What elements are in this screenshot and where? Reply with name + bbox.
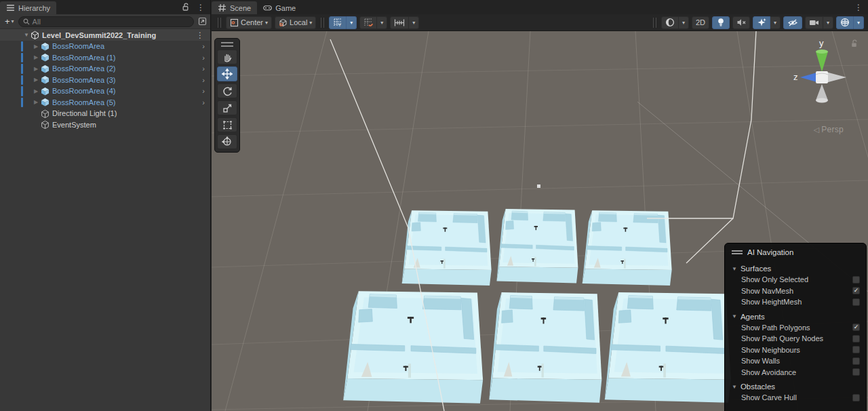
gizmo-lock-icon[interactable] — [850, 39, 859, 48]
toggle-label: Show Neighbours — [741, 346, 852, 354]
hierarchy-item-directional-light-1[interactable]: Directional Light (1) — [0, 108, 210, 119]
scene-view: Scene Game ⋮ Center ▾ — [212, 0, 868, 411]
transform-tool[interactable] — [217, 134, 237, 149]
scene-camera-dropdown[interactable]: ▾ — [823, 16, 833, 29]
hierarchy-menu-icon[interactable]: ⋮ — [195, 3, 206, 12]
gizmos-dropdown[interactable]: ▾ — [854, 16, 864, 29]
grid-visibility-toggle[interactable]: Y — [329, 16, 347, 29]
ai-navigation-header[interactable]: AI Navigation — [725, 246, 866, 260]
checkbox[interactable] — [852, 346, 860, 353]
toggle-show-only-selected[interactable]: Show Only Selected — [725, 274, 866, 286]
expand-arrow-icon[interactable]: ▶ — [31, 66, 41, 72]
orientation-dropdown[interactable]: Local ▾ — [275, 16, 316, 29]
toggle-show-heightmesh[interactable]: Show HeightMesh — [725, 296, 866, 308]
shading-mode-dropdown[interactable]: ▾ — [679, 16, 689, 29]
section-surfaces[interactable]: ▼Surfaces — [725, 262, 866, 274]
scene-menu-icon[interactable]: ⋮ — [195, 31, 205, 39]
toggle-show-carve-hull[interactable]: Show Carve Hull — [725, 392, 866, 404]
section-agents[interactable]: ▼Agents — [725, 311, 866, 322]
toggle-show-neighbours[interactable]: Show Neighbours — [725, 345, 866, 356]
hierarchy-item-eventsystem[interactable]: EventSystem — [0, 119, 210, 131]
expand-arrow-icon[interactable]: ▶ — [31, 88, 41, 94]
checkbox[interactable] — [852, 276, 860, 283]
prefab-chevron-icon[interactable]: › — [202, 98, 205, 106]
hierarchy-item-bossroomarea-2[interactable]: ▶BossRoomArea (2)› — [0, 63, 210, 75]
item-label: BossRoomArea — [52, 42, 104, 50]
projection-mode-label[interactable]: ◁Persp — [813, 125, 844, 134]
checkbox[interactable] — [852, 357, 860, 365]
scene-audio-toggle[interactable] — [732, 16, 750, 29]
checkbox[interactable] — [852, 368, 860, 376]
hierarchy-item-bossroomarea-3[interactable]: ▶BossRoomArea (3)› — [0, 75, 210, 86]
snap-increment-button[interactable] — [390, 16, 409, 29]
prefab-override-bar — [21, 98, 23, 108]
prefab-chevron-icon[interactable]: › — [202, 54, 205, 62]
expand-arrow-icon[interactable]: ▼ — [22, 32, 31, 38]
tab-game[interactable]: Game — [257, 1, 302, 14]
projection-arrow-icon: ◁ — [813, 125, 819, 134]
create-object-button[interactable]: +▾ — [3, 16, 16, 26]
pivot-mode-dropdown[interactable]: Center ▾ — [226, 16, 272, 29]
scale-icon — [222, 103, 233, 113]
shading-mode-button[interactable] — [661, 16, 679, 29]
section-obstacles[interactable]: ▼Obstacles — [725, 380, 866, 392]
scene-effects-dropdown[interactable]: ▾ — [770, 16, 781, 29]
checkbox[interactable]: ✓ — [852, 287, 860, 294]
hierarchy-search-input[interactable]: All — [18, 16, 194, 27]
expand-arrow-icon[interactable]: ▶ — [31, 77, 41, 83]
rotate-tool[interactable] — [217, 83, 237, 98]
tab-scene[interactable]: Scene — [212, 1, 257, 14]
hierarchy-item-bossroomarea-5[interactable]: ▶BossRoomArea (5)› — [0, 97, 210, 109]
toggle-label: Show Avoidance — [741, 368, 852, 376]
hierarchy-item-bossroomarea-4[interactable]: ▶BossRoomArea (4)› — [0, 85, 210, 97]
prefab-override-bar — [21, 41, 23, 52]
move-tool[interactable] — [217, 66, 237, 81]
tab-hierarchy[interactable]: Hierarchy — [0, 1, 56, 14]
effects-sparkle-icon — [757, 18, 766, 27]
rect-tool[interactable] — [217, 117, 237, 132]
expand-arrow-icon[interactable]: ▶ — [31, 99, 41, 105]
scene-visibility-toggle[interactable] — [783, 16, 802, 29]
toggle-show-path-query-nodes[interactable]: Show Path Query Nodes — [725, 333, 866, 345]
expand-arrow-icon[interactable]: ▶ — [31, 54, 41, 60]
scene-viewport[interactable]: y z — [212, 31, 868, 411]
toggle-show-avoidance[interactable]: Show Avoidance — [725, 367, 866, 378]
tools-overlay-handle[interactable] — [221, 42, 233, 47]
prefab-chevron-icon[interactable]: › — [202, 64, 205, 73]
checkbox[interactable] — [852, 298, 860, 306]
hierarchy-tab-strip: Hierarchy ⋮ — [0, 0, 210, 14]
toggle-show-walls[interactable]: Show Walls — [725, 355, 866, 367]
hierarchy-item-bossroomarea-1[interactable]: ▶BossRoomArea (1)› — [0, 52, 210, 64]
rotate-icon — [222, 86, 233, 96]
2d-toggle[interactable]: 2D — [692, 16, 709, 29]
scene-lighting-toggle[interactable] — [712, 16, 730, 29]
unlock-icon[interactable] — [182, 3, 190, 12]
grid-axis-icon: Y — [333, 18, 342, 27]
scale-tool[interactable] — [217, 100, 237, 115]
toolbar-grip[interactable] — [218, 18, 221, 28]
scene-effects-toggle[interactable] — [753, 16, 770, 29]
hierarchy-item-bossroomarea[interactable]: ▶BossRoomArea› — [0, 41, 210, 52]
checkbox[interactable]: ✓ — [852, 324, 860, 331]
open-search-window-icon[interactable] — [198, 17, 207, 26]
hierarchy-scene-root[interactable]: ▼ Level_DevSummit2022_Training ⋮ — [0, 29, 210, 41]
scene-camera-button[interactable] — [805, 16, 823, 29]
expand-arrow-icon[interactable]: ▶ — [31, 43, 41, 50]
grid-snap-toggle[interactable] — [359, 16, 377, 29]
snap-increment-dropdown[interactable]: ▾ — [409, 16, 419, 29]
orientation-gizmo[interactable]: y z — [784, 37, 859, 138]
toggle-show-navmesh[interactable]: Show NavMesh✓ — [725, 286, 866, 297]
gizmos-toggle[interactable] — [836, 16, 854, 29]
view-hand-tool[interactable] — [217, 50, 237, 64]
scene-panel-menu-icon[interactable]: ⋮ — [853, 3, 864, 12]
checkbox[interactable] — [852, 335, 860, 342]
checkbox[interactable] — [852, 394, 860, 402]
grid-visibility-dropdown[interactable]: ▾ — [347, 16, 357, 29]
grid-snap-dropdown[interactable]: ▾ — [377, 16, 387, 29]
toolbar-grip[interactable] — [321, 18, 324, 28]
toggle-show-path-polygons[interactable]: Show Path Polygons✓ — [725, 322, 866, 334]
toolbar-grip[interactable] — [653, 18, 656, 28]
prefab-chevron-icon[interactable]: › — [202, 42, 205, 50]
prefab-chevron-icon[interactable]: › — [202, 76, 205, 84]
prefab-chevron-icon[interactable]: › — [202, 87, 205, 95]
